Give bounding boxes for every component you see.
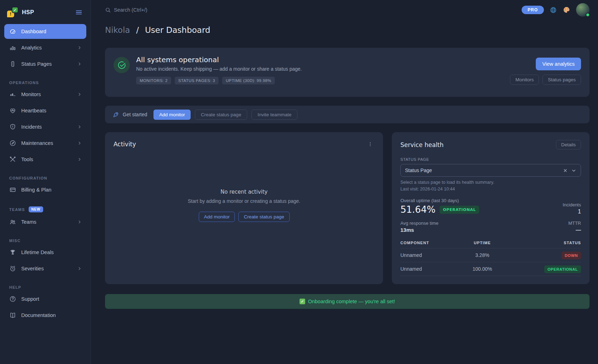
tools-icon <box>9 156 16 163</box>
globe-icon[interactable] <box>550 6 557 14</box>
logo-row: ! ✓ HSP <box>4 5 86 23</box>
uptime-column-header: UPTIME <box>461 239 503 248</box>
add-monitor-button[interactable]: Add monitor <box>199 212 235 222</box>
chevron-right-icon <box>77 141 82 146</box>
sidebar-item-billing[interactable]: Billing & Plan <box>4 182 86 197</box>
sidebar-section-operations: OPERATIONS <box>9 81 86 85</box>
component-name: Unnamed <box>400 248 461 262</box>
view-analytics-button[interactable]: View analytics <box>536 58 581 70</box>
empty-state-subtitle: Start by adding a monitor or creating a … <box>188 198 300 204</box>
sidebar-item-documentation[interactable]: Documentation <box>4 308 86 323</box>
status-pages-button[interactable]: Status pages <box>542 75 581 85</box>
pro-badge[interactable]: PRO <box>522 6 544 14</box>
breadcrumb-parent[interactable]: Nikola <box>105 25 130 35</box>
create-status-page-button[interactable]: Create status page <box>238 212 289 222</box>
hero-title: All systems operational <box>136 55 510 64</box>
app-name: HSP <box>22 9 34 16</box>
details-button[interactable]: Details <box>556 140 581 149</box>
sidebar-item-label: Billing & Plan <box>21 187 51 193</box>
sidebar-item-tools[interactable]: Tools <box>4 152 86 167</box>
component-uptime: 3.28% <box>461 248 503 262</box>
check-circle-icon <box>114 57 130 73</box>
sidebar-item-maintenances[interactable]: Maintenances <box>4 136 86 151</box>
sidebar-item-support[interactable]: Support <box>4 292 86 306</box>
create-status-page-button[interactable]: Create status page <box>195 110 247 120</box>
sidebar-item-label: Maintenances <box>21 140 53 146</box>
sidebar-section-misc: MISC <box>9 239 86 243</box>
operational-status-badge: OPERATIONAL <box>440 206 479 214</box>
sidebar-item-teams[interactable]: Teams <box>4 215 86 229</box>
component-column-header: COMPONENT <box>400 239 461 248</box>
hero-subtitle: No active incidents. Keep shipping — add… <box>136 66 510 72</box>
search-icon <box>105 7 111 13</box>
hero-body: All systems operational No active incide… <box>136 55 510 89</box>
status-page-select[interactable]: Status Page <box>400 164 581 177</box>
sidebar-item-label: Monitors <box>21 92 41 97</box>
onboarding-banner: ✓ Onboarding complete — you're all set! <box>105 294 590 309</box>
hero-badges: MONITORS: 2 STATUS PAGES: 3 UPTIME (30D)… <box>136 77 510 84</box>
service-health-header: Service health Details <box>400 140 581 149</box>
bar-chart-icon <box>9 44 16 51</box>
wrench-circle-icon <box>9 140 16 147</box>
service-health-title: Service health <box>400 141 443 148</box>
sidebar-item-label: Analytics <box>21 45 42 51</box>
incidents-value: 1 <box>563 209 581 215</box>
status-pages-count-badge: STATUS PAGES: 3 <box>175 77 219 84</box>
topbar: PRO <box>105 0 590 20</box>
sidebar-item-label: Documentation <box>21 312 56 318</box>
sidebar-item-analytics[interactable]: Analytics <box>4 40 86 55</box>
mttr-metric: MTTR — <box>568 221 581 233</box>
uptime-label: Overall uptime (last 30 days) <box>400 198 479 203</box>
operational-status-badge: OPERATIONAL <box>544 265 581 273</box>
topbar-right: PRO <box>522 3 590 17</box>
chevron-down-icon[interactable] <box>571 168 576 173</box>
table-header-row: COMPONENT UPTIME STATUS <box>400 239 581 248</box>
uptime-badge: UPTIME (30D): 99.98% <box>222 77 275 84</box>
add-monitor-button[interactable]: Add monitor <box>153 110 191 120</box>
component-uptime: 100.00% <box>461 262 503 276</box>
chevron-right-icon <box>77 61 82 66</box>
invite-teammate-button[interactable]: Invite teammate <box>251 110 297 120</box>
monitors-button[interactable]: Monitors <box>510 75 539 85</box>
user-avatar[interactable] <box>576 3 590 17</box>
search-input[interactable] <box>114 7 206 13</box>
sidebar-item-dashboard[interactable]: Dashboard <box>4 24 86 39</box>
mttr-value: — <box>568 227 581 233</box>
sidebar-item-label: Heartbeats <box>21 108 46 113</box>
chevron-right-icon <box>77 92 82 97</box>
search-bar[interactable] <box>105 7 206 13</box>
sidebar-item-lifetime-deals[interactable]: Lifetime Deals <box>4 245 86 260</box>
avg-response-label: Avg response time <box>400 221 438 226</box>
sidebar-item-incidents[interactable]: Incidents <box>4 119 86 134</box>
sidebar-item-label: Severities <box>21 266 44 271</box>
table-row: Unnamed 3.28% DOWN <box>400 248 581 262</box>
logo-check-icon: ✓ <box>12 7 18 12</box>
book-icon <box>9 312 16 319</box>
empty-state-title: No recent activity <box>221 189 268 195</box>
new-badge: NEW <box>29 206 43 212</box>
heart-pulse-icon <box>9 107 16 114</box>
status-page-field-label: STATUS PAGE <box>400 157 581 162</box>
credit-card-icon <box>9 186 16 193</box>
sidebar-item-label: Status Pages <box>21 61 52 67</box>
mttr-label: MTTR <box>568 221 581 226</box>
chevron-right-icon <box>77 45 82 50</box>
theme-palette-icon[interactable] <box>563 6 570 14</box>
monitor-bars-icon <box>9 91 16 98</box>
sidebar-item-severities[interactable]: Severities <box>4 261 86 276</box>
sidebar-section-help: HELP <box>9 285 86 289</box>
sidebar-item-monitors[interactable]: Monitors <box>4 87 86 102</box>
sidebar-item-label: Incidents <box>21 124 42 130</box>
clear-x-icon[interactable] <box>563 168 568 173</box>
sidebar-item-heartbeats[interactable]: Heartbeats <box>4 103 86 118</box>
sidebar-item-label: Teams <box>21 219 36 225</box>
sidebar: ! ✓ HSP Dashboard Analytics Status Pages <box>0 0 91 364</box>
activity-empty-state: No recent activity Start by adding a mon… <box>114 134 375 276</box>
sidebar-item-label: Tools <box>21 157 33 162</box>
help-circle-icon <box>9 295 16 303</box>
components-table: COMPONENT UPTIME STATUS Unnamed 3.28% DO… <box>400 239 581 276</box>
sidebar-item-status-pages[interactable]: Status Pages <box>4 57 86 71</box>
cards-row: Activity No recent activity Start by add… <box>105 132 590 284</box>
hamburger-menu-icon[interactable] <box>74 7 84 18</box>
breadcrumb-separator: / <box>136 25 139 35</box>
